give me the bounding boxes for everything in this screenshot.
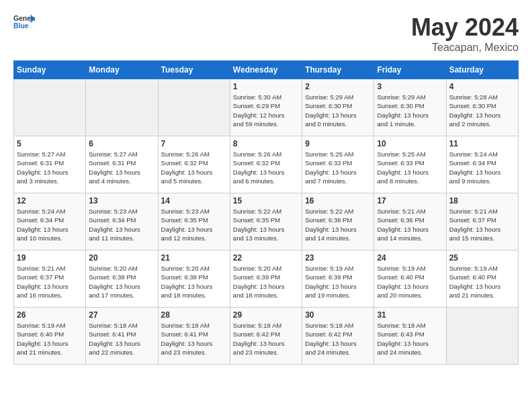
cell-text: Sunrise: 5:22 AM	[233, 207, 299, 216]
day-number: 23	[305, 253, 371, 263]
cell-text: Sunrise: 5:21 AM	[377, 207, 443, 216]
day-cell: 4Sunrise: 5:28 AMSunset: 6:30 PMDaylight…	[446, 79, 518, 136]
day-number: 3	[377, 82, 443, 91]
day-number: 15	[233, 196, 299, 205]
cell-text: Sunrise: 5:26 AM	[161, 150, 227, 158]
cell-text: Sunset: 6:34 PM	[17, 216, 83, 224]
location-title: Teacapan, Mexico	[411, 42, 519, 54]
cell-text: Daylight: 13 hours	[449, 111, 515, 120]
day-number: 7	[161, 139, 227, 148]
cell-text: and 1 minute.	[377, 120, 443, 128]
day-cell: 19Sunrise: 5:21 AMSunset: 6:37 PMDayligh…	[14, 250, 86, 308]
day-cell: 16Sunrise: 5:22 AMSunset: 6:36 PMDayligh…	[302, 193, 374, 250]
cell-text: and 11 minutes.	[89, 234, 154, 242]
cell-text: Daylight: 13 hours	[449, 282, 515, 291]
cell-text: Sunset: 6:34 PM	[449, 158, 515, 167]
day-cell: 3Sunrise: 5:29 AMSunset: 6:30 PMDaylight…	[374, 79, 446, 136]
cell-text: and 21 minutes.	[17, 348, 83, 357]
header-row: SundayMondayTuesdayWednesdayThursdayFrid…	[14, 61, 519, 79]
day-cell: 18Sunrise: 5:21 AMSunset: 6:37 PMDayligh…	[446, 193, 518, 250]
cell-text: and 14 minutes.	[377, 234, 443, 242]
day-number: 30	[305, 310, 371, 320]
logo-icon: General Blue	[13, 13, 35, 30]
cell-text: Daylight: 13 hours	[449, 225, 515, 234]
cell-text: Daylight: 13 hours	[377, 111, 443, 120]
cell-text: Sunrise: 5:30 AM	[233, 93, 299, 101]
day-cell: 17Sunrise: 5:21 AMSunset: 6:36 PMDayligh…	[374, 193, 446, 250]
cell-text: Sunset: 6:33 PM	[377, 158, 443, 167]
cell-text: Sunset: 6:30 PM	[377, 101, 443, 110]
day-number: 14	[161, 196, 227, 205]
cell-text: Daylight: 12 hours	[233, 111, 299, 120]
cell-text: Sunrise: 5:18 AM	[233, 321, 299, 330]
cell-text: and 0 minutes.	[305, 120, 371, 128]
cell-text: Daylight: 13 hours	[17, 282, 83, 291]
day-number: 8	[233, 139, 299, 148]
day-cell: 6Sunrise: 5:27 AMSunset: 6:31 PMDaylight…	[86, 136, 158, 193]
day-number: 20	[89, 253, 154, 263]
cell-text: and 5 minutes.	[161, 177, 227, 185]
day-number: 24	[377, 253, 443, 263]
cell-text: Sunset: 6:41 PM	[161, 330, 227, 338]
cell-text: Daylight: 13 hours	[161, 282, 227, 291]
cell-text: Sunset: 6:37 PM	[17, 273, 83, 281]
cell-text: and 8 minutes.	[377, 177, 443, 185]
cell-text: Daylight: 13 hours	[17, 339, 83, 348]
cell-text: Daylight: 13 hours	[233, 168, 299, 177]
day-cell: 9Sunrise: 5:25 AMSunset: 6:33 PMDaylight…	[302, 136, 374, 193]
cell-text: Daylight: 13 hours	[89, 339, 154, 348]
day-cell: 29Sunrise: 5:18 AMSunset: 6:42 PMDayligh…	[230, 308, 302, 365]
cell-text: Sunrise: 5:28 AM	[449, 93, 515, 101]
day-number: 12	[17, 196, 83, 205]
day-cell: 24Sunrise: 5:19 AMSunset: 6:40 PMDayligh…	[374, 250, 446, 308]
cell-text: Sunrise: 5:25 AM	[377, 150, 443, 158]
cell-text: Sunrise: 5:22 AM	[305, 207, 371, 216]
cell-text: Sunrise: 5:18 AM	[377, 321, 443, 330]
day-header-thursday: Thursday	[302, 61, 374, 79]
cell-text: Sunset: 6:36 PM	[305, 216, 371, 224]
cell-text: and 4 minutes.	[89, 177, 154, 185]
cell-text: Sunrise: 5:21 AM	[449, 207, 515, 216]
day-header-tuesday: Tuesday	[158, 61, 230, 79]
cell-text: Sunrise: 5:20 AM	[161, 264, 227, 273]
cell-text: Sunrise: 5:26 AM	[233, 150, 299, 158]
day-cell: 23Sunrise: 5:19 AMSunset: 6:39 PMDayligh…	[302, 250, 374, 308]
cell-text: Sunrise: 5:29 AM	[377, 93, 443, 101]
cell-text: Daylight: 13 hours	[17, 168, 83, 177]
cell-text: Sunset: 6:31 PM	[89, 158, 154, 167]
day-cell: 30Sunrise: 5:18 AMSunset: 6:42 PMDayligh…	[302, 308, 374, 365]
cell-text: Sunrise: 5:20 AM	[89, 264, 154, 273]
cell-text: Sunset: 6:36 PM	[377, 216, 443, 224]
day-cell: 25Sunrise: 5:19 AMSunset: 6:40 PMDayligh…	[446, 250, 518, 308]
week-row-4: 19Sunrise: 5:21 AMSunset: 6:37 PMDayligh…	[14, 250, 519, 308]
day-cell: 22Sunrise: 5:20 AMSunset: 6:39 PMDayligh…	[230, 250, 302, 308]
cell-text: Sunrise: 5:19 AM	[305, 264, 371, 273]
cell-text: and 24 minutes.	[305, 348, 371, 357]
cell-text: Sunrise: 5:24 AM	[17, 207, 83, 216]
cell-text: and 16 minutes.	[17, 291, 83, 300]
cell-text: Daylight: 13 hours	[233, 225, 299, 234]
day-cell: 1Sunrise: 5:30 AMSunset: 6:29 PMDaylight…	[230, 79, 302, 136]
cell-text: Daylight: 13 hours	[377, 282, 443, 291]
cell-text: Sunset: 6:40 PM	[377, 273, 443, 281]
cell-text: and 22 minutes.	[89, 348, 154, 357]
day-cell: 31Sunrise: 5:18 AMSunset: 6:43 PMDayligh…	[374, 308, 446, 365]
day-cell: 13Sunrise: 5:23 AMSunset: 6:34 PMDayligh…	[86, 193, 158, 250]
cell-text: Sunrise: 5:23 AM	[161, 207, 227, 216]
day-number: 22	[233, 253, 299, 263]
cell-text: Daylight: 13 hours	[305, 282, 371, 291]
cell-text: Sunset: 6:41 PM	[89, 330, 154, 338]
cell-text: Sunset: 6:30 PM	[449, 101, 515, 110]
day-header-wednesday: Wednesday	[230, 61, 302, 79]
week-row-1: 1Sunrise: 5:30 AMSunset: 6:29 PMDaylight…	[14, 79, 519, 136]
day-cell: 21Sunrise: 5:20 AMSunset: 6:38 PMDayligh…	[158, 250, 230, 308]
day-cell: 10Sunrise: 5:25 AMSunset: 6:33 PMDayligh…	[374, 136, 446, 193]
cell-text: Sunset: 6:34 PM	[89, 216, 154, 224]
day-cell: 20Sunrise: 5:20 AMSunset: 6:38 PMDayligh…	[86, 250, 158, 308]
cell-text: Sunrise: 5:25 AM	[305, 150, 371, 158]
logo: General Blue	[13, 13, 35, 30]
cell-text: Daylight: 13 hours	[89, 282, 154, 291]
cell-text: Daylight: 13 hours	[161, 168, 227, 177]
cell-text: and 7 minutes.	[305, 177, 371, 185]
cell-text: Sunset: 6:43 PM	[377, 330, 443, 338]
